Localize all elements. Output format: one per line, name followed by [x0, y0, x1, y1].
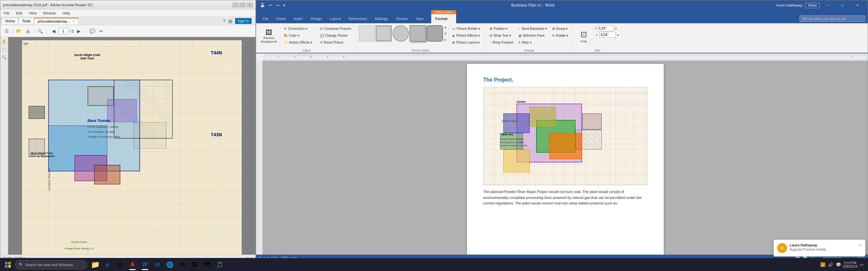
tab-file[interactable]: File: [259, 14, 273, 23]
menu-view[interactable]: View: [27, 10, 39, 16]
gallery-up-button[interactable]: ▲: [444, 25, 447, 29]
tab-mailings[interactable]: Mailings: [371, 14, 392, 23]
style-thumb-5[interactable]: [427, 25, 443, 42]
send-backward-button[interactable]: ↓ Send Backward ▾: [516, 25, 549, 32]
tab-pdf[interactable]: prbcoallsestatmap... ×: [34, 18, 79, 24]
pdf-viewport[interactable]: T44N T43N North Hilight FieldSale Tract …: [8, 37, 255, 255]
compress-pictures-button[interactable]: ⊡ Compress Pictures: [317, 25, 353, 32]
pen-button[interactable]: ✏: [97, 27, 105, 35]
word-maximize-button[interactable]: □: [835, 0, 850, 10]
select-tool-icon[interactable]: ⬚: [1, 46, 7, 53]
style-thumb-2[interactable]: [375, 25, 392, 42]
tab-insert[interactable]: Insert: [290, 14, 307, 23]
menu-file[interactable]: File: [2, 10, 11, 16]
corrections-button[interactable]: ☀ Corrections ▾: [281, 25, 314, 32]
taskbar-search[interactable]: 🔍 Search the web and Windows: [15, 260, 87, 269]
style-thumb-1[interactable]: [359, 25, 375, 42]
action-center-icon[interactable]: 💬: [835, 262, 842, 268]
comment-button[interactable]: 💬: [88, 27, 96, 35]
undo-qa-button[interactable]: ↩: [268, 2, 274, 8]
show-desktop-icon[interactable]: ▭: [859, 262, 864, 268]
taskbar-app-maps[interactable]: 🗺: [202, 259, 213, 271]
notif-close-button[interactable]: ×: [859, 243, 862, 253]
menu-help[interactable]: Help: [60, 10, 72, 16]
word-close-button[interactable]: ×: [850, 0, 865, 10]
taskbar-app-acrobat[interactable]: A: [127, 259, 138, 271]
bring-forward-button[interactable]: ↑ Bring Forward: [487, 39, 516, 45]
word-minimize-button[interactable]: −: [820, 0, 835, 10]
taskbar-app-word[interactable]: W: [139, 259, 151, 271]
artistic-effects-button[interactable]: ✨ Artistic Effects ▾: [281, 39, 314, 45]
tools-panel-icon[interactable]: ▤: [228, 19, 232, 24]
crop-button[interactable]: ⊡ Crop: [576, 25, 592, 47]
width-spinner-up[interactable]: ▲: [617, 33, 619, 36]
tab-view[interactable]: View: [412, 14, 428, 23]
word-document-scroll[interactable]: The Project.: [263, 61, 868, 255]
taskbar-app-settings[interactable]: ⚙: [114, 259, 126, 271]
taskbar-app-store[interactable]: 🛍: [177, 259, 188, 271]
help-icon[interactable]: ?: [223, 19, 226, 24]
hand-tool-icon[interactable]: ✋: [1, 38, 7, 45]
picture-effects-button[interactable]: ◈ Picture Effects ▾: [450, 32, 483, 39]
picture-layout-button[interactable]: ⊞ Picture Layout ▾: [450, 39, 483, 45]
zoom-out-button[interactable]: 🔍: [36, 27, 44, 35]
change-picture-button[interactable]: 🔄 Change Picture: [317, 32, 353, 39]
redo-qa-button[interactable]: ↪: [275, 2, 281, 8]
tab-tools[interactable]: Tools: [18, 18, 34, 24]
menu-window[interactable]: Window: [41, 10, 58, 16]
reset-picture-button[interactable]: ↺ Reset Picture: [317, 39, 353, 45]
rotate-button[interactable]: ↻ Rotate ▾: [550, 32, 570, 39]
save-qa-button[interactable]: 💾: [259, 2, 266, 8]
wrap-text-button[interactable]: ⊟ Wrap Text ▾: [487, 32, 516, 39]
network-icon[interactable]: 📶: [819, 262, 826, 268]
selection-pane-button[interactable]: ▤ Selection Pane: [516, 32, 549, 39]
color-button[interactable]: 🎨 Color ▾: [281, 32, 314, 39]
tab-design[interactable]: Design: [307, 14, 326, 23]
style-thumb-4[interactable]: [409, 25, 426, 42]
position-button[interactable]: ⊞ Position ▾: [487, 25, 516, 32]
tab-home[interactable]: Home: [273, 14, 290, 23]
page-number-input[interactable]: [58, 28, 68, 34]
share-button[interactable]: Share: [805, 3, 820, 8]
create-button[interactable]: ☰: [2, 27, 11, 35]
start-button[interactable]: [1, 259, 14, 271]
tab-close-icon[interactable]: ×: [72, 19, 74, 23]
word-map-image[interactable]: Caballo Belle Ave Belle Ave West Permit …: [483, 87, 647, 185]
close-button[interactable]: ×: [247, 3, 253, 7]
height-spinner-up[interactable]: ▲: [615, 27, 617, 30]
style-thumb-3[interactable]: [393, 25, 409, 42]
gallery-expand-button[interactable]: ⊟: [444, 38, 447, 42]
help-search-input[interactable]: [800, 15, 865, 22]
gallery-down-button[interactable]: ▼: [444, 32, 447, 35]
picture-border-button[interactable]: ▭ Picture Border ▾: [450, 25, 483, 32]
group-button[interactable]: ⊞ Group ▾: [550, 25, 570, 32]
align-button[interactable]: ≡ Align ▾: [516, 39, 549, 45]
zoom-tool-icon[interactable]: 🔍: [1, 54, 7, 61]
open-button[interactable]: 📂: [14, 27, 23, 35]
minimize-button[interactable]: −: [232, 3, 238, 7]
print-button[interactable]: 🖨: [24, 27, 32, 35]
taskbar-app-explorer[interactable]: 📁: [89, 259, 101, 271]
taskbar-app-groove[interactable]: 🎵: [214, 259, 226, 271]
tab-format[interactable]: Format: [431, 14, 456, 23]
tab-home[interactable]: Home: [2, 18, 18, 24]
width-input[interactable]: [599, 32, 616, 38]
maximize-button[interactable]: □: [240, 3, 246, 7]
prev-page-button[interactable]: ◀: [49, 27, 58, 35]
remove-background-button[interactable]: 🖼 RemoveBackground: [259, 25, 278, 47]
taskbar-app-outlook[interactable]: ✉: [152, 259, 163, 271]
speaker-icon[interactable]: 🔊: [827, 262, 834, 268]
height-input[interactable]: [597, 25, 614, 31]
tab-layout[interactable]: Layout: [326, 14, 345, 23]
send-back-icon: ↓: [519, 27, 520, 31]
taskbar-app-edge[interactable]: e: [102, 259, 114, 271]
sign-in-button[interactable]: Sign In: [235, 18, 251, 24]
customize-qa-button[interactable]: ▾: [282, 2, 287, 8]
next-page-button[interactable]: ▶: [74, 27, 83, 35]
tab-review[interactable]: Review: [392, 14, 412, 23]
taskbar-app-photos[interactable]: 🖼: [189, 259, 201, 271]
clock-display[interactable]: 5:13 PM 5/30/2016: [843, 261, 858, 268]
tab-references[interactable]: References: [345, 14, 371, 23]
taskbar-app-ie[interactable]: 🌐: [164, 259, 176, 271]
menu-edit[interactable]: Edit: [14, 10, 24, 16]
